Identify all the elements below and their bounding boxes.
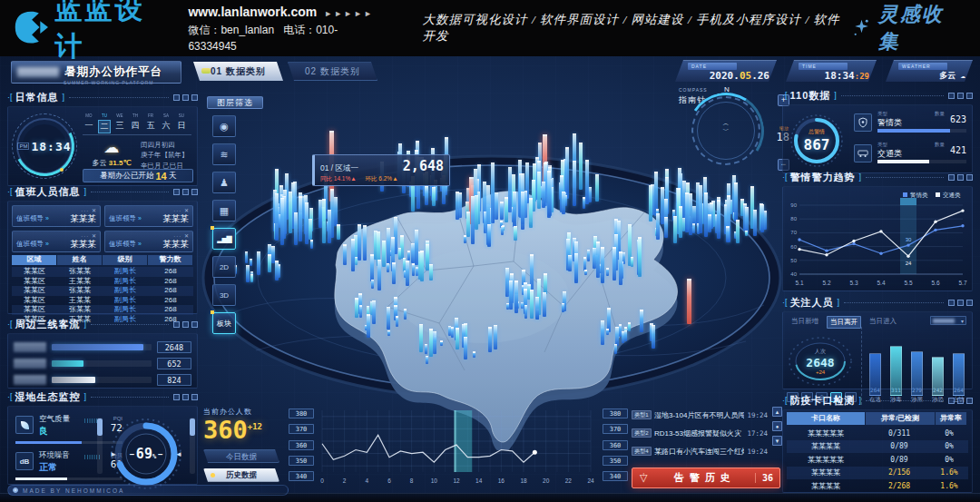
window-expand-icon[interactable] [191,321,198,328]
warning-triangle-icon: ▽! [640,472,647,484]
window-expand-icon[interactable] [966,398,973,404]
weather-plate: WEATHER 多云 ☁ [886,60,973,82]
more-icon[interactable]: » [138,215,142,221]
window-minimize-icon[interactable] [173,394,180,400]
window-expand-icon[interactable] [191,94,198,101]
window-restore-icon[interactable] [957,300,964,306]
svg-text:16: 16 [498,477,505,484]
duty-leader-card: 值班领导»··· ✕某某某 [104,231,193,252]
checkpoint-row: 某某某某0/890% [787,440,968,454]
window-restore-icon[interactable] [182,394,189,400]
window-minimize-icon[interactable] [948,300,955,306]
arrows-decoration: ►►►►► [324,9,374,18]
panel-title: 110数据 [790,89,831,103]
duty-table-row: 某某区张某某副局长268 [12,267,193,277]
dashboard-subtitle: SUMMER WORKING PLATFORM [64,80,153,85]
layer-button-板块[interactable]: 板块 [212,312,236,334]
summer-notice: 暑期办公已开始14天 [83,169,193,182]
window-restore-icon[interactable] [182,321,189,328]
y-axis-chip: 340 [289,471,314,481]
redacted-line-label [14,359,46,369]
window-restore-icon[interactable] [182,189,189,195]
layer-building-icon[interactable]: ▦ [212,200,236,221]
office-button-历史数据[interactable]: 历史数据 [203,468,279,482]
panel-focus-people: ·[关注人员] 当日新增当日离开当日进入 ▾ 人次 2648 +24 [782,296,973,389]
layer-button-3D[interactable]: 3D [212,284,236,306]
analog-clock: PM18:34 [12,113,77,179]
window-minimize-icon[interactable] [948,174,955,181]
layer-people-icon[interactable]: ♟ [212,172,236,193]
gauge-slider-right[interactable] [190,418,195,474]
weekday-strip: MO一TU二WE三TH四FR五SA六SU日 [83,113,188,133]
card-window-icons[interactable]: ··· ✕ [81,232,97,239]
y-axis-chip: 350 [603,456,628,466]
services-list: 大数据可视化设计 / 软件界面设计 / 网站建设 / 手机及小程序设计 / 软件… [423,12,850,44]
website-url[interactable]: www.lanlanwork.com [188,5,317,19]
alert-scroll-icon[interactable]: ▲ [772,407,782,417]
cloud-icon: ☁ [961,71,965,80]
window-restore-icon[interactable] [957,398,964,404]
focus-range-dropdown[interactable]: ▾ [930,316,966,325]
window-expand-icon[interactable] [966,93,973,99]
checkpoint-table-header: 卡口名称异常/已检测异常率 [787,412,968,425]
more-icon[interactable]: » [138,241,142,247]
dashboard-title: 暑期办公协作平台 [64,64,162,80]
gauge-left-marker[interactable]: ► [110,450,117,458]
more-icon[interactable]: » [45,215,49,221]
duty-leader-card: 值班领导»··· ✕某某某 [104,205,193,227]
focus-tab[interactable]: 当日离开 [827,316,861,329]
window-expand-icon[interactable] [191,394,198,400]
layer-button-2D[interactable]: 2D [212,256,236,278]
svg-text:40: 40 [790,271,797,277]
alert-row[interactable]: 类型4某路口有小汽车连闯三个红灯19:24 [632,443,768,459]
window-expand-icon[interactable] [191,189,198,195]
window-restore-icon[interactable] [182,94,189,101]
date-plate: DATE 2020.05.26 [675,60,777,82]
window-restore-icon[interactable] [957,174,964,181]
inspiration-collect[interactable]: 灵感收集 [850,1,962,55]
duty-table: 区域姓名级别警力数某某区张某某副局长268某某区王某某副局长268某某区张某某副… [12,254,193,324]
panel-title: 关注人员 [790,296,834,310]
gauge-slider-left[interactable] [97,418,103,474]
focus-tab[interactable]: 当日新增 [789,316,821,329]
alert-scroll-icon[interactable]: ▼ [772,436,782,446]
weekday-fr: FR五 [144,113,157,133]
office-count: 360 [203,416,248,444]
window-minimize-icon[interactable] [948,93,955,99]
window-minimize-icon[interactable] [173,321,180,328]
svg-text:0: 0 [320,477,324,484]
weekday-th: TH四 [129,113,142,133]
card-window-icons[interactable]: ··· ✕ [173,232,190,239]
alarm-history-banner[interactable]: ▽! 告警历史 36 [632,468,780,488]
more-icon[interactable]: » [45,241,49,247]
card-window-icons[interactable]: ··· ✕ [173,207,190,213]
duty-leader-card: 值班领导»··· ✕某某某 [12,205,101,227]
redacted-line-label [14,342,46,352]
layer-camera-icon[interactable]: ◉ [212,115,236,137]
window-minimize-icon[interactable] [173,189,180,195]
tab-data-category-2[interactable]: 02 数据类别 [288,62,377,81]
window-expand-icon[interactable] [966,174,973,181]
alert-row[interactable]: 类型1湿地3-104片区有不明人员闯入19:24 [632,407,768,423]
clock-time: 18:34 [31,140,71,153]
window-expand-icon[interactable] [966,300,973,306]
layer-bar-chart-icon[interactable]: ▂▅▇ [212,228,236,250]
panel-checkpoint: ·[防疫卡口检测] 卡口名称异常/已检测异常率某某某某某0/3110%某某某某0… [782,394,973,493]
layer-radar-icon[interactable]: ≋ [212,143,236,165]
window-restore-icon[interactable] [957,93,964,99]
window-minimize-icon[interactable] [173,94,180,101]
window-minimize-icon[interactable] [948,398,955,404]
eco-gauge-value: 69 [136,446,152,462]
alert-row[interactable]: 类型2RD13-53烟感报警疑似火灾17:24 [632,425,768,441]
svg-text:5.3: 5.3 [849,280,858,286]
gauge-right-marker[interactable]: ◄ [175,450,182,458]
alert-scroll-icon[interactable]: ● [772,421,782,431]
tab-data-category-1[interactable]: 01 数据类别 [193,62,283,81]
time-label: TIME [799,63,848,70]
checkpoint-row: 某某某某某0/3110% [787,427,968,440]
led-icon [13,487,18,493]
y-axis-chip: 360 [603,440,628,450]
flow-bar-row: 652 [14,356,191,370]
office-button-今日数据[interactable]: 今日数据 [203,449,279,463]
card-window-icons[interactable]: ··· ✕ [81,207,97,213]
